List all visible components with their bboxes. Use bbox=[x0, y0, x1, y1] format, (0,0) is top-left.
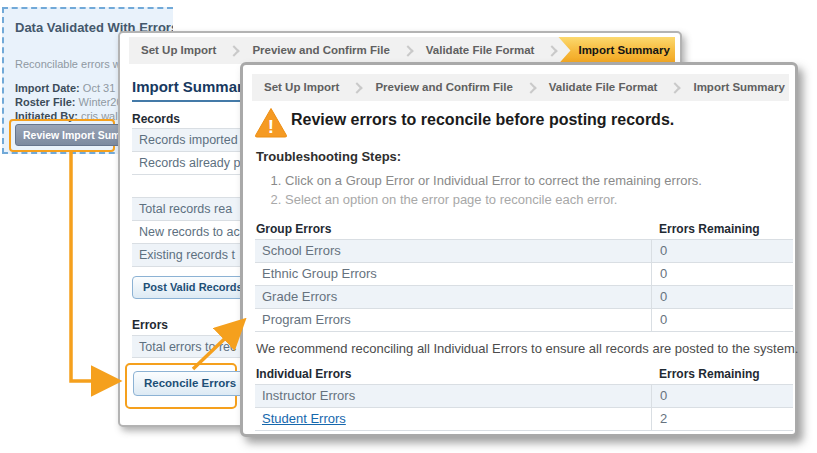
review-errors-heading: Review errors to reconcile before postin… bbox=[291, 111, 674, 129]
step-preview-confirm[interactable]: Preview and Confirm File bbox=[240, 37, 401, 64]
chevron-icon bbox=[525, 82, 536, 93]
errors-section-label: Errors bbox=[132, 318, 168, 332]
records-section-label: Records bbox=[132, 112, 180, 126]
step-set-up-import[interactable]: Set Up Import bbox=[129, 37, 228, 64]
chevron-icon bbox=[670, 82, 681, 93]
group-errors-table: Group Errors Errors Remaining School Err… bbox=[255, 218, 793, 332]
step-preview-confirm[interactable]: Preview and Confirm File bbox=[363, 74, 524, 101]
elbow-arrow bbox=[71, 150, 112, 381]
table-row[interactable]: Ethnic Group Errors 0 bbox=[255, 263, 793, 286]
step-import-summary-active[interactable]: Import Summary bbox=[558, 37, 675, 64]
column-header: Errors Remaining bbox=[651, 367, 793, 381]
warning-icon: ! bbox=[254, 107, 288, 138]
individual-errors-header: Individual Errors Errors Remaining bbox=[255, 363, 793, 384]
column-header: Individual Errors bbox=[255, 367, 651, 381]
list-item: Click on a Group Error or Individual Err… bbox=[285, 171, 702, 190]
table-row[interactable]: School Errors 0 bbox=[255, 240, 793, 263]
table-row[interactable]: Program Errors 0 bbox=[255, 309, 793, 332]
troubleshooting-steps-list: Click on a Group Error or Individual Err… bbox=[285, 171, 702, 209]
troubleshooting-label: Troubleshooting Steps: bbox=[256, 149, 401, 164]
step-validate-format[interactable]: Validate File Format bbox=[537, 74, 670, 101]
step-validate-format[interactable]: Validate File Format bbox=[414, 37, 547, 64]
column-header: Errors Remaining bbox=[651, 222, 793, 236]
group-errors-header: Group Errors Errors Remaining bbox=[255, 218, 793, 239]
chevron-icon bbox=[229, 45, 240, 56]
chevron-icon bbox=[352, 82, 363, 93]
step-import-summary[interactable]: Import Summary bbox=[681, 74, 789, 101]
chevron-icon bbox=[547, 45, 558, 56]
column-header: Group Errors bbox=[255, 222, 651, 236]
table-row[interactable]: Grade Errors 0 bbox=[255, 286, 793, 309]
post-valid-records-button[interactable]: Post Valid Records bbox=[132, 276, 254, 299]
table-row[interactable]: Instructor Errors 0 bbox=[255, 385, 793, 408]
svg-text:!: ! bbox=[268, 116, 274, 137]
screenshot-canvas: Data Validated With Errors Reconcilable … bbox=[0, 0, 817, 453]
wizard-breadcrumb-mid: Set Up Import Preview and Confirm File V… bbox=[129, 37, 675, 64]
table-row[interactable]: Student Errors 2 bbox=[255, 408, 793, 431]
recommend-text: We recommend reconciling all Individual … bbox=[256, 341, 798, 356]
student-errors-link[interactable]: Student Errors bbox=[262, 411, 346, 426]
individual-errors-table: Individual Errors Errors Remaining Instr… bbox=[255, 363, 793, 431]
chevron-icon bbox=[402, 45, 413, 56]
list-item: Select an option on the error page to re… bbox=[285, 190, 702, 209]
step-set-up-import[interactable]: Set Up Import bbox=[252, 74, 351, 101]
reconcile-errors-window: Set Up Import Preview and Confirm File V… bbox=[240, 62, 798, 437]
wizard-breadcrumb-front: Set Up Import Preview and Confirm File V… bbox=[252, 74, 789, 101]
reconcile-errors-button[interactable]: Reconcile Errors bbox=[133, 371, 247, 396]
